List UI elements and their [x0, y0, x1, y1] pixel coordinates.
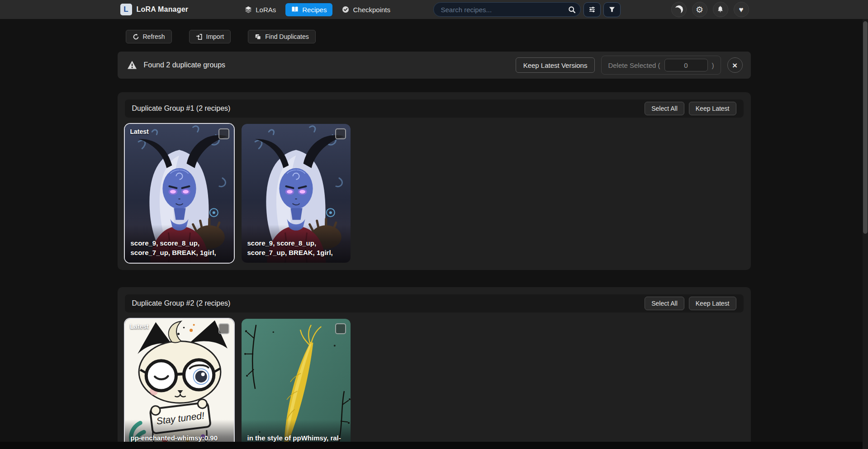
- funnel-icon: [608, 6, 616, 13]
- banner-actions: Keep Latest Versions Delete Selected ( 0…: [516, 56, 743, 75]
- tab-checkpoints-label: Checkpoints: [353, 6, 390, 14]
- find-duplicates-button[interactable]: Find Duplicates: [248, 30, 316, 43]
- tab-checkpoints[interactable]: Checkpoints: [336, 3, 396, 16]
- card-checkbox[interactable]: [335, 128, 346, 139]
- import-icon: [196, 33, 203, 40]
- bell-icon: [716, 5, 725, 14]
- warning-icon: [127, 60, 138, 71]
- card-caption: score_9, score_8_up, score_7_up, BREAK, …: [242, 225, 351, 263]
- scrollbar-thumb[interactable]: [863, 21, 868, 234]
- group-1-keep-latest-button[interactable]: Keep Latest: [689, 102, 736, 115]
- refresh-label: Refresh: [143, 33, 165, 40]
- gear-icon: ⚙: [696, 5, 703, 14]
- favorites-button[interactable]: ♥: [734, 2, 749, 17]
- tab-loras[interactable]: LoRAs: [239, 3, 282, 16]
- filter-button[interactable]: [603, 2, 621, 17]
- card-checkbox[interactable]: [218, 323, 229, 334]
- tab-recipes[interactable]: Recipes: [285, 3, 332, 16]
- group-2-keep-latest-button[interactable]: Keep Latest: [689, 297, 736, 310]
- brand: L LoRA Manager: [120, 4, 189, 15]
- theme-toggle-button[interactable]: [671, 2, 687, 17]
- find-duplicates-label: Find Duplicates: [265, 33, 309, 40]
- tab-recipes-label: Recipes: [302, 6, 327, 14]
- group-2-select-all-button[interactable]: Select All: [645, 297, 684, 310]
- delete-selected-button[interactable]: Delete Selected ( 0 ): [601, 56, 721, 75]
- refresh-icon: [133, 33, 139, 40]
- group-2-actions: Select All Keep Latest: [645, 297, 736, 310]
- page-scrollbar[interactable]: [863, 19, 868, 449]
- search-icon[interactable]: [568, 6, 576, 14]
- heart-icon: ♥: [739, 6, 743, 14]
- toolbar: Refresh Import Find Duplicates: [118, 30, 751, 43]
- card-caption: score_9, score_8_up, score_7_up, BREAK, …: [125, 225, 234, 263]
- group-1-title: Duplicate Group #1 (2 recipes): [132, 104, 231, 113]
- group-2-title: Duplicate Group #2 (2 recipes): [132, 299, 231, 307]
- latest-badge: Latest: [130, 323, 149, 330]
- tab-loras-label: LoRAs: [256, 6, 276, 14]
- main-tabs: LoRAs Recipes Checkpoints: [239, 3, 396, 16]
- group-1-actions: Select All Keep Latest: [645, 102, 736, 115]
- window-bottom-edge: [0, 442, 868, 449]
- recipe-card[interactable]: Stay tuned! Latest pp-enchanted-whimsy:0…: [125, 319, 234, 449]
- import-label: Import: [206, 33, 224, 40]
- search-input[interactable]: [441, 6, 568, 14]
- book-icon: [291, 6, 299, 13]
- group-1-header: Duplicate Group #1 (2 recipes) Select Al…: [125, 99, 744, 118]
- card-checkbox[interactable]: [335, 323, 346, 334]
- refresh-button[interactable]: Refresh: [126, 30, 172, 43]
- duplicates-icon: [255, 33, 261, 40]
- navbar-actions: ⚙ ♥: [671, 2, 749, 17]
- navbar: L LoRA Manager LoRAs Recipes Checkpoin: [0, 0, 868, 19]
- recipe-card[interactable]: in the style of ppWhimsy, ral-frctlgmtry…: [242, 319, 351, 449]
- group-1-cards: Latest score_9, score_8_up, score_7_up, …: [125, 124, 744, 263]
- sliders-icon: [588, 6, 596, 13]
- recipe-card[interactable]: score_9, score_8_up, score_7_up, BREAK, …: [242, 124, 351, 263]
- sliders-button[interactable]: [583, 2, 601, 17]
- check-circle-icon: [342, 6, 349, 13]
- banner-message-wrap: Found 2 duplicate groups: [127, 60, 226, 71]
- recipe-card[interactable]: Latest score_9, score_8_up, score_7_up, …: [125, 124, 234, 263]
- group-1-select-all-button[interactable]: Select All: [645, 102, 684, 115]
- notifications-button[interactable]: [713, 2, 728, 17]
- search-area: [433, 2, 621, 17]
- delete-count: 0: [664, 59, 708, 71]
- search-box: [433, 2, 581, 17]
- delete-selected-prefix: Delete Selected (: [608, 61, 660, 69]
- card-checkbox[interactable]: [218, 128, 229, 139]
- banner-message: Found 2 duplicate groups: [144, 61, 226, 69]
- close-banner-button[interactable]: ×: [727, 57, 743, 73]
- group-2-cards: Stay tuned! Latest pp-enchanted-whimsy:0…: [125, 319, 744, 449]
- import-button[interactable]: Import: [189, 30, 231, 43]
- moon-icon: [674, 5, 683, 14]
- duplicate-group-2: Duplicate Group #2 (2 recipes) Select Al…: [118, 287, 751, 449]
- latest-badge: Latest: [130, 128, 149, 135]
- duplicate-group-1: Duplicate Group #1 (2 recipes) Select Al…: [118, 92, 751, 270]
- layers-icon: [245, 6, 252, 14]
- delete-selected-suffix: ): [712, 61, 714, 69]
- keep-latest-versions-button[interactable]: Keep Latest Versions: [516, 57, 595, 73]
- app-title: LoRA Manager: [137, 5, 189, 14]
- group-2-header: Duplicate Group #2 (2 recipes) Select Al…: [125, 294, 744, 312]
- settings-button[interactable]: ⚙: [692, 2, 707, 17]
- duplicates-banner: Found 2 duplicate groups Keep Latest Ver…: [118, 52, 751, 79]
- app-logo: L: [120, 4, 132, 15]
